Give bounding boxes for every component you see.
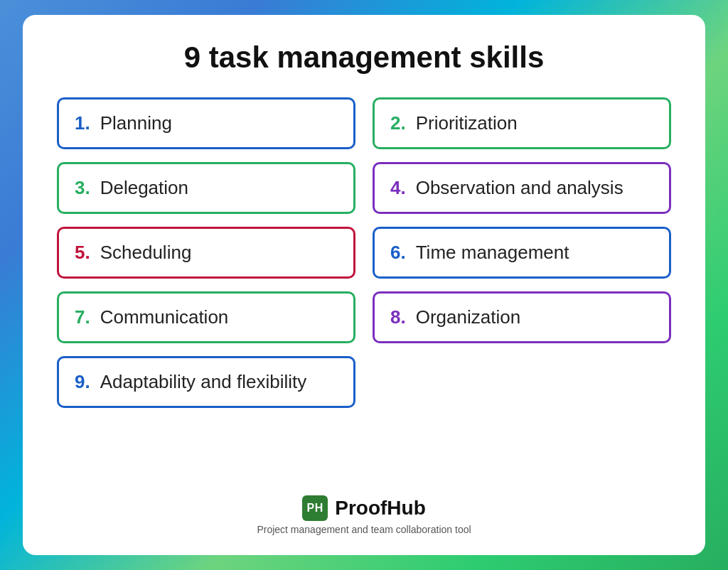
brand-row: PH ProofHub bbox=[302, 495, 426, 521]
skill-number-6: 6. bbox=[390, 242, 406, 264]
skill-number-7: 7. bbox=[75, 306, 90, 328]
skill-planning: 1. Planning bbox=[57, 97, 355, 149]
skill-number-8: 8. bbox=[390, 306, 406, 328]
skill-label-observation: Observation and analysis bbox=[416, 177, 623, 199]
skill-delegation: 3. Delegation bbox=[57, 162, 355, 214]
skill-label-communication: Communication bbox=[100, 306, 229, 328]
skills-grid: 1. Planning 2. Prioritization 3. Delegat… bbox=[57, 97, 671, 343]
main-card: 9 task management skills 1. Planning 2. … bbox=[23, 15, 705, 555]
skill-number-2: 2. bbox=[390, 112, 406, 134]
skill-label-scheduling: Scheduling bbox=[100, 242, 192, 264]
skill-label-adaptability: Adaptability and flexibility bbox=[100, 371, 307, 393]
skill-label-delegation: Delegation bbox=[100, 177, 188, 199]
proofhub-logo: PH bbox=[302, 495, 328, 521]
skill-number-4: 4. bbox=[390, 177, 406, 199]
skill-label-time-management: Time management bbox=[416, 242, 569, 264]
skill-time-management: 6. Time management bbox=[373, 227, 671, 279]
skill-label-prioritization: Prioritization bbox=[416, 112, 518, 134]
brand-footer: PH ProofHub Project management and team … bbox=[257, 490, 471, 535]
brand-tagline: Project management and team collaboratio… bbox=[257, 524, 471, 535]
skill-number-1: 1. bbox=[75, 112, 90, 134]
skill-number-9: 9. bbox=[75, 371, 90, 393]
skills-single-row: 9. Adaptability and flexibility bbox=[57, 356, 671, 408]
skill-adaptability: 9. Adaptability and flexibility bbox=[57, 356, 355, 408]
skill-number-5: 5. bbox=[75, 242, 90, 264]
skill-communication: 7. Communication bbox=[57, 291, 355, 343]
page-title: 9 task management skills bbox=[184, 41, 545, 75]
skill-number-3: 3. bbox=[75, 177, 90, 199]
skill-prioritization: 2. Prioritization bbox=[373, 97, 671, 149]
skill-observation: 4. Observation and analysis bbox=[373, 162, 671, 214]
skill-label-organization: Organization bbox=[416, 306, 520, 328]
brand-name: ProofHub bbox=[335, 497, 426, 520]
skill-scheduling: 5. Scheduling bbox=[57, 227, 355, 279]
skill-label-planning: Planning bbox=[100, 112, 172, 134]
skill-organization: 8. Organization bbox=[373, 291, 671, 343]
